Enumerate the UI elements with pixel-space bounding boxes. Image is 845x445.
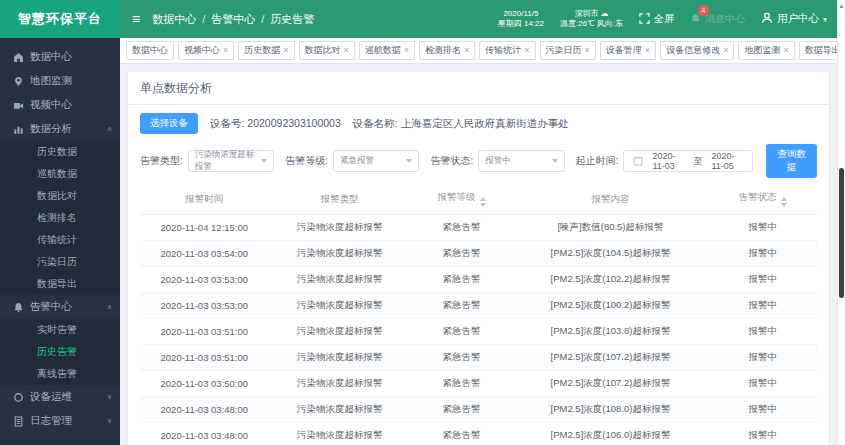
sidebar-item-data-analysis[interactable]: 数据分析 ∧ [0, 117, 120, 141]
close-icon[interactable] [464, 46, 469, 55]
cell-alarm-level: 紧急告警 [411, 267, 513, 293]
sort-icon[interactable] [480, 197, 486, 207]
tab-detect-ranking[interactable]: 检测排名 [419, 41, 475, 60]
col-alarm-status[interactable]: 告警状态 [709, 184, 817, 215]
alarm-level-select[interactable]: 紧急报警 [333, 150, 419, 172]
sidebar-item-alarm-center[interactable]: 告警中心 ∧ [0, 295, 120, 319]
sort-icon[interactable] [781, 197, 787, 207]
table-row[interactable]: 2020-11-03 03:51:00污染物浓度超标报警紧急告警[PM2.5]浓… [140, 345, 817, 371]
tab-device-info-edit[interactable]: 设备信息修改 [660, 41, 734, 60]
user-label: 用户中心 [777, 12, 819, 26]
user-center-menu[interactable]: 用户中心 ▾ [761, 12, 827, 26]
table-row[interactable]: 2020-11-03 03:51:00污染物浓度超标报警紧急告警[PM2.5]浓… [140, 319, 817, 345]
tab-label: 视频中心 [184, 44, 220, 57]
table-row[interactable]: 2020-11-03 03:53:00污染物浓度超标报警紧急告警[PM2.5]浓… [140, 267, 817, 293]
tab-history-data[interactable]: 历史数据 [238, 41, 294, 60]
tab-map-monitor[interactable]: 地图监测 [738, 41, 794, 60]
sidebar-subitem-realtime-alarm[interactable]: 实时告警 [0, 319, 120, 341]
sidebar-item-data-center[interactable]: 数据中心 [0, 45, 120, 69]
tab-data-export[interactable]: 数据导出 [799, 41, 837, 60]
sidebar-subitem-detect-ranking[interactable]: 检测排名 [0, 207, 120, 229]
cell-alarm-level: 紧急告警 [411, 371, 513, 397]
col-alarm-level[interactable]: 报警等级 [411, 184, 513, 215]
sidebar-item-video-center[interactable]: 视频中心 [0, 93, 120, 117]
notification-badge: 4 [698, 5, 709, 16]
sub-item-label: 离线告警 [37, 367, 77, 381]
close-icon[interactable] [645, 46, 650, 55]
cell-alarm-type: 污染物浓度超标报警 [269, 267, 411, 293]
sidebar-subitem-pollution-calendar[interactable]: 污染日历 [0, 251, 120, 273]
sidebar-item-label: 设备运维 [30, 390, 72, 404]
cell-alarm-level: 紧急告警 [411, 215, 513, 241]
breadcrumb-item[interactable]: 历史告警 [270, 12, 314, 27]
alarm-status-select[interactable]: 报警中 [478, 150, 564, 172]
tab-label: 数据中心 [132, 44, 168, 57]
table-row[interactable]: 2020-11-03 03:54:00污染物浓度超标报警紧急告警[PM2.5]浓… [140, 241, 817, 267]
col-alarm-type: 报警类型 [269, 184, 411, 215]
cell-alarm-type: 污染物浓度超标报警 [269, 371, 411, 397]
table-row[interactable]: 2020-11-03 03:50:00污染物浓度超标报警紧急告警[PM2.5]浓… [140, 371, 817, 397]
sidebar-item-label: 日志管理 [30, 414, 72, 428]
select-device-button[interactable]: 选择设备 [140, 113, 198, 134]
app-root: 智慧环保平台 数据中心 地图监测 视频中心 [0, 0, 845, 445]
breadcrumb: 数据中心 / 告警中心 / 历史告警 [152, 12, 314, 27]
daterange-picker[interactable]: 2020-11-03 至 2020-11-05 [623, 150, 753, 172]
date-end-value[interactable]: 2020-11-05 [711, 151, 743, 171]
chevron-down-icon: ∨ [107, 417, 112, 425]
message-center-button[interactable]: 消息中心 4 [690, 12, 745, 26]
alarm-type-select[interactable]: 污染物浓度超标报警 [188, 150, 274, 172]
sub-item-label: 实时告警 [37, 323, 77, 337]
close-icon[interactable] [404, 46, 409, 55]
cell-alarm-type: 污染物浓度超标报警 [269, 241, 411, 267]
table-header-row: 报警时间 报警类型 报警等级 报警内容 告警状态 [140, 184, 817, 215]
tab-data-center[interactable]: 数据中心 [126, 41, 174, 60]
close-icon[interactable] [344, 46, 349, 55]
table-row[interactable]: 2020-11-03 03:48:00污染物浓度超标报警紧急告警[PM2.5]浓… [140, 397, 817, 423]
close-icon[interactable] [524, 46, 529, 55]
sidebar-subitem-cruise-data[interactable]: 巡航数据 [0, 163, 120, 185]
sidebar-subitem-data-compare[interactable]: 数据比对 [0, 185, 120, 207]
close-icon[interactable] [585, 46, 590, 55]
close-icon[interactable] [283, 46, 288, 55]
alarm-level-value: 紧急报警 [340, 155, 374, 167]
sidebar-subitem-history-alarm[interactable]: 历史告警 [0, 341, 120, 363]
sidebar-subitem-offline-alarm[interactable]: 离线告警 [0, 363, 120, 385]
header-right: 2020/11/5 星期四 14:22 深圳市 ☁ 温度:26℃ 风向:东 全屏 [498, 9, 827, 30]
close-icon[interactable] [783, 46, 788, 55]
cell-alarm-content: [PM2.5]浓度(108.0)超标报警 [512, 397, 708, 423]
cell-alarm-level: 紧急告警 [411, 241, 513, 267]
data-analysis-submenu: 历史数据 巡航数据 数据比对 检测排名 传输统计 污染日历 数据导出 [0, 141, 120, 295]
col-alarm-time: 报警时间 [140, 184, 269, 215]
sidebar-subitem-transfer-stats[interactable]: 传输统计 [0, 229, 120, 251]
sidebar-item-map-monitor[interactable]: 地图监测 [0, 69, 120, 93]
query-data-button[interactable]: 查询数据 [766, 144, 817, 178]
sidebar-item-log-management[interactable]: 日志管理 ∨ [0, 409, 120, 433]
close-icon[interactable] [723, 46, 728, 55]
table-row[interactable]: 2020-11-04 12:15:00污染物浓度超标报警紧急告警[噪声]数值(8… [140, 215, 817, 241]
tab-device-management[interactable]: 设备管理 [600, 41, 656, 60]
sidebar-item-device-ops[interactable]: 设备运维 ∨ [0, 385, 120, 409]
fullscreen-label: 全屏 [654, 12, 674, 26]
tab-transfer-stats[interactable]: 传输统计 [479, 41, 535, 60]
page-scrollbar[interactable]: ▲ [837, 0, 845, 445]
fullscreen-button[interactable]: 全屏 [639, 12, 674, 26]
breadcrumb-item[interactable]: 数据中心 [152, 12, 196, 27]
sidebar-subitem-data-export[interactable]: 数据导出 [0, 273, 120, 295]
cell-alarm-status: 报警中 [709, 423, 817, 445]
close-icon[interactable] [223, 46, 228, 55]
tab-data-compare[interactable]: 数据比对 [299, 41, 355, 60]
breadcrumb-item[interactable]: 告警中心 [211, 12, 255, 27]
hamburger-menu-icon[interactable]: ≡ [132, 11, 140, 27]
tab-cruise-data[interactable]: 巡航数据 [359, 41, 415, 60]
cell-alarm-type: 污染物浓度超标报警 [269, 345, 411, 371]
table-row[interactable]: 2020-11-03 03:48:00污染物浓度超标报警紧急告警[PM2.5]浓… [140, 423, 817, 445]
cell-alarm-status: 报警中 [709, 293, 817, 319]
tab-pollution-calendar[interactable]: 污染日历 [540, 41, 596, 60]
scrollbar-thumb[interactable] [839, 168, 844, 298]
date-start-value[interactable]: 2020-11-03 [652, 151, 684, 171]
cell-alarm-content: [PM2.5]浓度(104.5)超标报警 [512, 241, 708, 267]
scrollbar-up-arrow[interactable]: ▲ [838, 0, 845, 9]
sidebar-subitem-history-data[interactable]: 历史数据 [0, 141, 120, 163]
tab-video-center[interactable]: 视频中心 [178, 41, 234, 60]
table-row[interactable]: 2020-11-03 03:53:00污染物浓度超标报警紧急告警[PM2.5]浓… [140, 293, 817, 319]
